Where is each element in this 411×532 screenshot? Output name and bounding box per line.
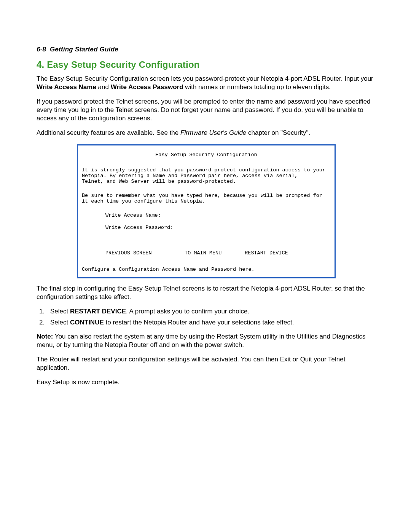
text: to restart the Netopia Router and have y… <box>104 319 294 326</box>
note-paragraph: Note: You can also restart the system at… <box>37 332 376 349</box>
text: chapter on "Security". <box>246 129 310 136</box>
list-item: Select RESTART DEVICE. A prompt asks you… <box>46 307 376 316</box>
restart-device-option: RESTART DEVICE <box>245 251 288 256</box>
text-line: It is strongly suggested that you passwo… <box>82 168 331 173</box>
terminal-fields: Write Access Name: Write Access Password… <box>105 213 331 231</box>
text: with names or numbers totaling up to ele… <box>183 83 331 91</box>
text: . A prompt asks you to confirm your choi… <box>126 308 249 315</box>
restart-device-label: RESTART DEVICE <box>70 308 126 315</box>
text-line: it each time you configure this Netopia. <box>82 199 331 204</box>
write-access-password-field: Write Access Password: <box>105 225 331 231</box>
terminal-message-1: It is strongly suggested that you passwo… <box>82 168 331 185</box>
guide-title: Getting Started Guide <box>50 46 118 53</box>
text: Select <box>50 308 70 315</box>
running-header: 6-8 Getting Started Guide <box>37 46 376 53</box>
intro-paragraph-2: If you password protect the Telnet scree… <box>37 97 376 123</box>
main-menu-option: TO MAIN MENU <box>185 251 242 256</box>
intro-paragraph-3: Additional security features are availab… <box>37 129 376 137</box>
text: Additional security features are availab… <box>37 129 180 136</box>
text: Select <box>50 319 70 326</box>
note-label: Note: <box>37 333 53 340</box>
section-title: Easy Setup Security Configuration <box>47 59 199 70</box>
terminal-hint: Configure a Configuration Access Name an… <box>82 267 331 273</box>
page-reference: 6-8 <box>37 46 46 53</box>
after-paragraph-3: Easy Setup is now complete. <box>37 378 376 387</box>
write-access-name-label: Write Access Name <box>37 83 96 91</box>
text: and <box>96 83 111 91</box>
continue-label: CONTINUE <box>70 319 104 326</box>
firmware-guide-title: Firmware User's Guide <box>180 129 246 136</box>
after-paragraph-1: The final step in configuring the Easy S… <box>37 284 376 301</box>
write-access-password-label: Write Access Password <box>111 83 183 91</box>
previous-screen-option: PREVIOUS SCREEN <box>105 251 182 256</box>
section-number: 4. <box>37 59 44 70</box>
write-access-name-field: Write Access Name: <box>105 213 331 219</box>
document-page: 6-8 Getting Started Guide 4. Easy Setup … <box>0 0 411 416</box>
text: The Easy Setup Security Configuration sc… <box>37 75 373 82</box>
text-line: Telnet, and Web Server will be password-… <box>82 179 331 185</box>
list-item: Select CONTINUE to restart the Netopia R… <box>46 318 376 327</box>
terminal-title: Easy Setup Security Configuration <box>82 152 331 158</box>
terminal-screenshot: Easy Setup Security Configuration It is … <box>77 144 336 278</box>
text-line: Be sure to remember what you have typed … <box>82 193 331 199</box>
steps-list: Select RESTART DEVICE. A prompt asks you… <box>37 307 376 327</box>
section-heading: 4. Easy Setup Security Configuration <box>37 59 376 70</box>
text: You can also restart the system at any t… <box>37 333 366 348</box>
after-paragraph-2: The Router will restart and your configu… <box>37 355 376 372</box>
text-line: Netopia. By entering a Name and Password… <box>82 173 331 179</box>
terminal-nav: PREVIOUS SCREEN TO MAIN MENU RESTART DEV… <box>105 251 331 256</box>
terminal-message-2: Be sure to remember what you have typed … <box>82 193 331 204</box>
intro-paragraph-1: The Easy Setup Security Configuration sc… <box>37 75 376 91</box>
